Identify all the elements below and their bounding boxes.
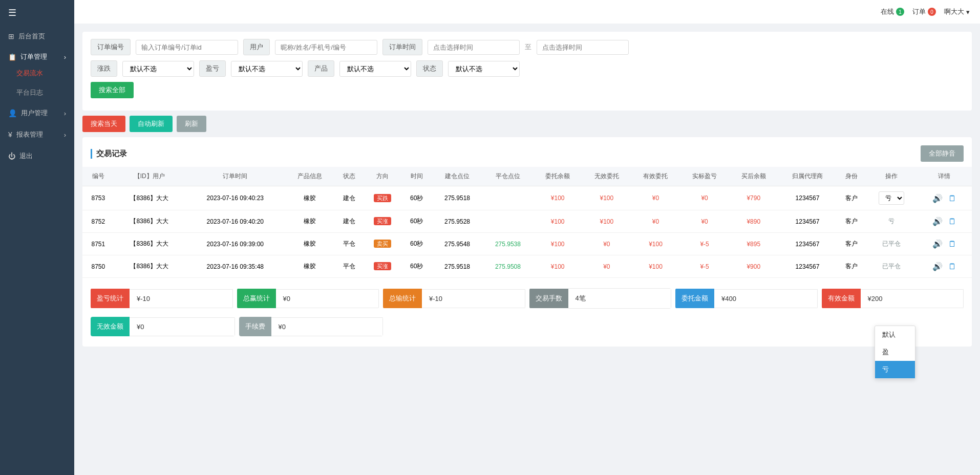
sound-btn-2[interactable]: 🔊 xyxy=(930,238,945,250)
sidebar-item-dashboard-label: 后台首页 xyxy=(18,32,45,41)
stat-fee-value: ¥0 xyxy=(271,317,384,336)
cell-op-0[interactable]: 亏 xyxy=(866,186,917,210)
cell-product-2: 橡胶 xyxy=(286,233,335,255)
cell-order-time-3: 2023-07-16 09:35:48 xyxy=(185,255,286,278)
sidebar-group-order[interactable]: 📋 订单管理 › xyxy=(0,47,74,63)
sound-btn-0[interactable]: 🔊 xyxy=(930,192,945,204)
stat-loss: 总输统计 ¥-10 xyxy=(383,288,525,309)
stat-trades: 交易手数 4笔 xyxy=(529,288,672,309)
to-separator: 至 xyxy=(525,42,531,52)
order-time-start[interactable] xyxy=(428,40,520,55)
cell-invalid-entrust-1: ¥100 xyxy=(582,210,631,233)
search-today-button[interactable]: 搜索当天 xyxy=(82,116,125,132)
detail-btn-2[interactable]: 🗒 xyxy=(946,239,958,250)
cell-identity-1: 客户 xyxy=(837,210,866,233)
cell-time-2: 60秒 xyxy=(401,233,432,255)
col-status: 状态 xyxy=(334,167,364,186)
detail-btn-1[interactable]: 🗒 xyxy=(946,216,958,227)
action-row: 搜索当天 自动刷新 刷新 xyxy=(82,116,972,132)
cell-time-3: 60秒 xyxy=(401,255,432,278)
user-name: 啊大大 xyxy=(944,7,964,16)
cell-open-price-0: 275.9518 xyxy=(432,186,483,210)
col-order-time: 订单时间 xyxy=(185,167,286,186)
transaction-table: 编号 【ID】用户 订单时间 产品信息 状态 方向 时间 建仓点位 平仓点位 委… xyxy=(82,167,972,278)
cell-op-1[interactable]: 亏 xyxy=(866,210,917,233)
stat-invalid-label: 无效金额 xyxy=(91,317,130,336)
sidebar-item-transaction[interactable]: 交易流水 xyxy=(0,63,74,83)
sound-btn-1[interactable]: 🔊 xyxy=(930,215,945,227)
cell-op-2[interactable]: 已平仓 xyxy=(866,233,917,255)
detail-btn-0[interactable]: 🗒 xyxy=(946,193,958,204)
table-row: 8750 【8386】大大 2023-07-16 09:35:48 橡胶 平仓 … xyxy=(82,255,972,278)
order-no-input[interactable] xyxy=(136,40,238,55)
cell-user-0: 【8386】大大 xyxy=(114,186,185,210)
sidebar-item-user-management[interactable]: 👤 用户管理 › xyxy=(0,102,74,124)
user-dropdown-icon: ▾ xyxy=(966,8,970,16)
auto-refresh-button[interactable]: 自动刷新 xyxy=(130,116,173,132)
order-time-end[interactable] xyxy=(537,40,629,55)
cell-buy-balance-1: ¥890 xyxy=(729,210,778,233)
cell-agent-0: 1234567 xyxy=(778,186,837,210)
cell-close-price-1 xyxy=(482,210,533,233)
op-dropdown: 默认 盈 亏 xyxy=(875,326,915,379)
cell-invalid-entrust-0: ¥100 xyxy=(582,186,631,210)
stat-pnl-label: 盈亏统计 xyxy=(91,289,130,308)
cell-valid-entrust-3: ¥100 xyxy=(631,255,680,278)
table-section: 交易记录 全部静音 编号 【ID】用户 订单时间 产品信息 状态 方向 时间 xyxy=(82,137,972,347)
col-identity: 身份 xyxy=(837,167,866,186)
product-select[interactable]: 默认不选 xyxy=(339,61,411,77)
order-label: 订单 xyxy=(912,7,926,16)
dropdown-option-profit[interactable]: 盈 xyxy=(875,343,915,361)
user-menu[interactable]: 啊大大 ▾ xyxy=(944,7,970,16)
op-select-0[interactable]: 亏 xyxy=(879,191,904,205)
mute-all-button[interactable]: 全部静音 xyxy=(921,145,964,162)
cell-buy-balance-3: ¥900 xyxy=(729,255,778,278)
rise-label: 涨跌 xyxy=(91,60,117,77)
dropdown-option-loss[interactable]: 亏 xyxy=(875,361,915,378)
cell-open-price-2: 275.9548 xyxy=(432,233,483,255)
cell-agent-1: 1234567 xyxy=(778,210,837,233)
sidebar-item-report-management[interactable]: ¥ 报表管理 › xyxy=(0,124,74,145)
cell-buy-balance-2: ¥895 xyxy=(729,233,778,255)
detail-btn-3[interactable]: 🗒 xyxy=(946,261,958,272)
dashboard-icon: ⊞ xyxy=(8,32,14,40)
col-open-price: 建仓点位 xyxy=(432,167,483,186)
stat-loss-value: ¥-10 xyxy=(422,289,525,308)
cell-order-time-1: 2023-07-16 09:40:20 xyxy=(185,210,286,233)
sidebar-item-logout-label: 退出 xyxy=(19,152,33,161)
status-select[interactable]: 默认不选 xyxy=(448,61,520,77)
cell-detail-3: 🔊 🗒 xyxy=(917,255,972,278)
menu-toggle[interactable]: ☰ xyxy=(0,0,74,26)
cell-user-3: 【8386】大大 xyxy=(114,255,185,278)
cell-id-3: 8750 xyxy=(82,255,114,278)
table-head-row: 编号 【ID】用户 订单时间 产品信息 状态 方向 时间 建仓点位 平仓点位 委… xyxy=(82,167,972,186)
online-badge: 1 xyxy=(896,8,904,16)
cell-detail-1: 🔊 🗒 xyxy=(917,210,972,233)
search-all-button[interactable]: 搜索全部 xyxy=(91,82,134,98)
table-row: 8751 【8386】大大 2023-07-16 09:39:00 橡胶 平仓 … xyxy=(82,233,972,255)
cell-op-3[interactable]: 已平仓 xyxy=(866,255,917,278)
cell-user-1: 【8386】大大 xyxy=(114,210,185,233)
col-actual-profit: 实标盈亏 xyxy=(680,167,729,186)
filter-row-1: 订单编号 用户 订单时间 至 xyxy=(91,39,964,55)
stat-pnl-value: ¥-10 xyxy=(130,289,233,308)
refresh-button[interactable]: 刷新 xyxy=(177,116,206,132)
stat-pnl: 盈亏统计 ¥-10 xyxy=(91,288,233,309)
cell-time-1: 60秒 xyxy=(401,210,432,233)
sidebar-item-platform-log[interactable]: 平台日志 xyxy=(0,83,74,102)
rise-select[interactable]: 默认不选 xyxy=(122,61,194,77)
cell-entrust-balance-0: ¥100 xyxy=(533,186,582,210)
dropdown-option-default[interactable]: 默认 xyxy=(875,326,915,343)
filter-section: 订单编号 用户 订单时间 至 涨跌 默认不选 盈亏 默认不选 产品 xyxy=(82,32,972,111)
cell-direction-2: 卖买 xyxy=(364,233,401,255)
sidebar-item-logout[interactable]: ⏻ 退出 xyxy=(0,145,74,167)
stat-valid-label: 有效金额 xyxy=(822,289,861,308)
col-op: 操作 xyxy=(866,167,917,186)
sidebar-item-dashboard[interactable]: ⊞ 后台首页 xyxy=(0,26,74,47)
cell-product-1: 橡胶 xyxy=(286,210,335,233)
user-input[interactable] xyxy=(275,40,377,55)
sound-btn-3[interactable]: 🔊 xyxy=(930,261,945,272)
col-agent: 归属代理商 xyxy=(778,167,837,186)
stats-row-2: 无效金额 ¥0 手续费 ¥0 xyxy=(82,314,972,341)
profit-select[interactable]: 默认不选 xyxy=(231,61,303,77)
